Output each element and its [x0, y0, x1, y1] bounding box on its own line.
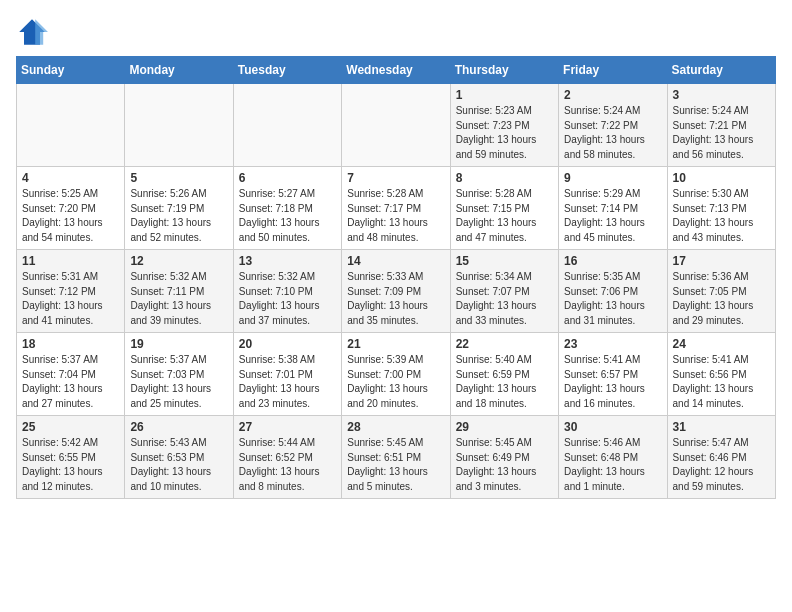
day-info: Sunrise: 5:47 AM Sunset: 6:46 PM Dayligh… [673, 436, 771, 494]
calendar-cell: 4Sunrise: 5:25 AM Sunset: 7:20 PM Daylig… [17, 167, 125, 250]
day-info: Sunrise: 5:29 AM Sunset: 7:14 PM Dayligh… [564, 187, 662, 245]
calendar-table: SundayMondayTuesdayWednesdayThursdayFrid… [16, 56, 776, 499]
calendar-cell: 22Sunrise: 5:40 AM Sunset: 6:59 PM Dayli… [450, 333, 558, 416]
day-info: Sunrise: 5:24 AM Sunset: 7:22 PM Dayligh… [564, 104, 662, 162]
day-info: Sunrise: 5:41 AM Sunset: 6:56 PM Dayligh… [673, 353, 771, 411]
day-number: 3 [673, 88, 771, 102]
day-info: Sunrise: 5:27 AM Sunset: 7:18 PM Dayligh… [239, 187, 337, 245]
day-info: Sunrise: 5:37 AM Sunset: 7:04 PM Dayligh… [22, 353, 120, 411]
calendar-week-row: 4Sunrise: 5:25 AM Sunset: 7:20 PM Daylig… [17, 167, 776, 250]
calendar-cell: 30Sunrise: 5:46 AM Sunset: 6:48 PM Dayli… [559, 416, 667, 499]
calendar-week-row: 1Sunrise: 5:23 AM Sunset: 7:23 PM Daylig… [17, 84, 776, 167]
calendar-cell: 20Sunrise: 5:38 AM Sunset: 7:01 PM Dayli… [233, 333, 341, 416]
day-info: Sunrise: 5:23 AM Sunset: 7:23 PM Dayligh… [456, 104, 554, 162]
calendar-header-row: SundayMondayTuesdayWednesdayThursdayFrid… [17, 57, 776, 84]
day-number: 7 [347, 171, 445, 185]
calendar-cell: 3Sunrise: 5:24 AM Sunset: 7:21 PM Daylig… [667, 84, 775, 167]
header-tuesday: Tuesday [233, 57, 341, 84]
calendar-week-row: 11Sunrise: 5:31 AM Sunset: 7:12 PM Dayli… [17, 250, 776, 333]
calendar-cell: 2Sunrise: 5:24 AM Sunset: 7:22 PM Daylig… [559, 84, 667, 167]
day-number: 15 [456, 254, 554, 268]
day-info: Sunrise: 5:37 AM Sunset: 7:03 PM Dayligh… [130, 353, 228, 411]
day-number: 31 [673, 420, 771, 434]
day-info: Sunrise: 5:32 AM Sunset: 7:11 PM Dayligh… [130, 270, 228, 328]
calendar-cell: 28Sunrise: 5:45 AM Sunset: 6:51 PM Dayli… [342, 416, 450, 499]
calendar-cell [17, 84, 125, 167]
day-info: Sunrise: 5:32 AM Sunset: 7:10 PM Dayligh… [239, 270, 337, 328]
day-info: Sunrise: 5:46 AM Sunset: 6:48 PM Dayligh… [564, 436, 662, 494]
svg-marker-1 [35, 19, 48, 45]
day-info: Sunrise: 5:42 AM Sunset: 6:55 PM Dayligh… [22, 436, 120, 494]
calendar-week-row: 25Sunrise: 5:42 AM Sunset: 6:55 PM Dayli… [17, 416, 776, 499]
day-number: 1 [456, 88, 554, 102]
header-sunday: Sunday [17, 57, 125, 84]
day-info: Sunrise: 5:30 AM Sunset: 7:13 PM Dayligh… [673, 187, 771, 245]
day-number: 8 [456, 171, 554, 185]
calendar-cell: 1Sunrise: 5:23 AM Sunset: 7:23 PM Daylig… [450, 84, 558, 167]
header-monday: Monday [125, 57, 233, 84]
header-saturday: Saturday [667, 57, 775, 84]
day-number: 10 [673, 171, 771, 185]
calendar-cell: 9Sunrise: 5:29 AM Sunset: 7:14 PM Daylig… [559, 167, 667, 250]
day-number: 27 [239, 420, 337, 434]
day-number: 24 [673, 337, 771, 351]
calendar-cell: 8Sunrise: 5:28 AM Sunset: 7:15 PM Daylig… [450, 167, 558, 250]
day-info: Sunrise: 5:35 AM Sunset: 7:06 PM Dayligh… [564, 270, 662, 328]
day-number: 13 [239, 254, 337, 268]
day-info: Sunrise: 5:33 AM Sunset: 7:09 PM Dayligh… [347, 270, 445, 328]
calendar-cell: 12Sunrise: 5:32 AM Sunset: 7:11 PM Dayli… [125, 250, 233, 333]
calendar-cell [125, 84, 233, 167]
day-info: Sunrise: 5:45 AM Sunset: 6:51 PM Dayligh… [347, 436, 445, 494]
day-number: 9 [564, 171, 662, 185]
day-number: 2 [564, 88, 662, 102]
day-info: Sunrise: 5:43 AM Sunset: 6:53 PM Dayligh… [130, 436, 228, 494]
day-info: Sunrise: 5:24 AM Sunset: 7:21 PM Dayligh… [673, 104, 771, 162]
day-info: Sunrise: 5:34 AM Sunset: 7:07 PM Dayligh… [456, 270, 554, 328]
day-number: 11 [22, 254, 120, 268]
logo-icon [16, 16, 48, 48]
day-info: Sunrise: 5:44 AM Sunset: 6:52 PM Dayligh… [239, 436, 337, 494]
day-number: 20 [239, 337, 337, 351]
day-number: 25 [22, 420, 120, 434]
calendar-cell: 6Sunrise: 5:27 AM Sunset: 7:18 PM Daylig… [233, 167, 341, 250]
day-info: Sunrise: 5:26 AM Sunset: 7:19 PM Dayligh… [130, 187, 228, 245]
day-info: Sunrise: 5:39 AM Sunset: 7:00 PM Dayligh… [347, 353, 445, 411]
calendar-cell: 5Sunrise: 5:26 AM Sunset: 7:19 PM Daylig… [125, 167, 233, 250]
logo [16, 16, 52, 48]
calendar-cell: 15Sunrise: 5:34 AM Sunset: 7:07 PM Dayli… [450, 250, 558, 333]
calendar-cell: 13Sunrise: 5:32 AM Sunset: 7:10 PM Dayli… [233, 250, 341, 333]
day-number: 17 [673, 254, 771, 268]
day-number: 22 [456, 337, 554, 351]
calendar-week-row: 18Sunrise: 5:37 AM Sunset: 7:04 PM Dayli… [17, 333, 776, 416]
day-number: 21 [347, 337, 445, 351]
day-info: Sunrise: 5:40 AM Sunset: 6:59 PM Dayligh… [456, 353, 554, 411]
calendar-cell: 23Sunrise: 5:41 AM Sunset: 6:57 PM Dayli… [559, 333, 667, 416]
header-friday: Friday [559, 57, 667, 84]
calendar-cell: 14Sunrise: 5:33 AM Sunset: 7:09 PM Dayli… [342, 250, 450, 333]
day-number: 28 [347, 420, 445, 434]
day-number: 5 [130, 171, 228, 185]
calendar-cell [233, 84, 341, 167]
day-info: Sunrise: 5:31 AM Sunset: 7:12 PM Dayligh… [22, 270, 120, 328]
day-number: 29 [456, 420, 554, 434]
calendar-cell: 10Sunrise: 5:30 AM Sunset: 7:13 PM Dayli… [667, 167, 775, 250]
calendar-cell: 16Sunrise: 5:35 AM Sunset: 7:06 PM Dayli… [559, 250, 667, 333]
calendar-cell: 26Sunrise: 5:43 AM Sunset: 6:53 PM Dayli… [125, 416, 233, 499]
calendar-cell: 18Sunrise: 5:37 AM Sunset: 7:04 PM Dayli… [17, 333, 125, 416]
calendar-cell: 19Sunrise: 5:37 AM Sunset: 7:03 PM Dayli… [125, 333, 233, 416]
day-number: 6 [239, 171, 337, 185]
calendar-cell: 21Sunrise: 5:39 AM Sunset: 7:00 PM Dayli… [342, 333, 450, 416]
day-number: 30 [564, 420, 662, 434]
day-info: Sunrise: 5:25 AM Sunset: 7:20 PM Dayligh… [22, 187, 120, 245]
day-number: 26 [130, 420, 228, 434]
calendar-cell: 11Sunrise: 5:31 AM Sunset: 7:12 PM Dayli… [17, 250, 125, 333]
day-number: 19 [130, 337, 228, 351]
day-info: Sunrise: 5:45 AM Sunset: 6:49 PM Dayligh… [456, 436, 554, 494]
calendar-cell: 25Sunrise: 5:42 AM Sunset: 6:55 PM Dayli… [17, 416, 125, 499]
day-number: 12 [130, 254, 228, 268]
calendar-cell [342, 84, 450, 167]
header-wednesday: Wednesday [342, 57, 450, 84]
day-number: 14 [347, 254, 445, 268]
day-info: Sunrise: 5:41 AM Sunset: 6:57 PM Dayligh… [564, 353, 662, 411]
day-number: 23 [564, 337, 662, 351]
